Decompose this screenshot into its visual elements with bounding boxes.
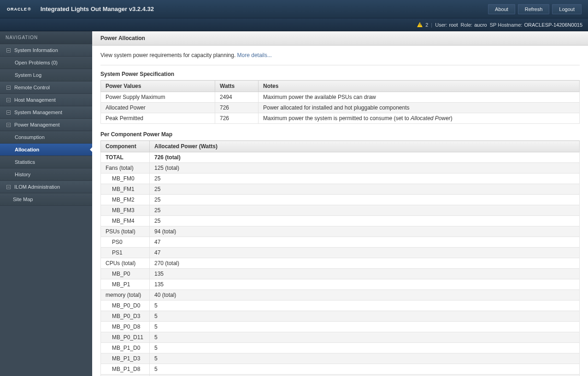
col-allocated-power: Allocated Power (Watts) [150, 141, 580, 152]
section-system-power-spec: System Power Specification [100, 71, 580, 77]
table-row: MB_FM325 [101, 205, 580, 216]
nav-power-management[interactable]: Power Management [0, 119, 92, 131]
cell-allocated: 5 [150, 343, 580, 353]
cell-component: Fans (total) [101, 163, 150, 174]
cell-allocated: 726 (total) [150, 152, 580, 163]
table-row: MB_P1_D115 [101, 375, 580, 376]
cell-allocated: 25 [150, 216, 580, 226]
cell-component: MB_P1_D0 [101, 343, 150, 353]
cell-component: PSUs (total) [101, 226, 150, 237]
cell-component: MB_P1 [101, 279, 150, 290]
cell-component: MB_P0_D0 [101, 301, 150, 311]
cell-component: MB_FM4 [101, 216, 150, 226]
expand-icon[interactable] [6, 98, 11, 102]
nav-system-log[interactable]: System Log [0, 69, 92, 81]
section-component-map: Per Component Power Map [100, 131, 580, 138]
cell-component: MB_P0_D8 [101, 322, 150, 332]
cell-component: MB_P1_D11 [101, 375, 150, 376]
cell-allocated: 47 [150, 237, 580, 248]
nav-remote-control[interactable]: Remote Control [0, 81, 92, 94]
cell-watts: 726 [215, 113, 259, 124]
table-row: Fans (total)125 (total) [101, 163, 580, 174]
nav-system-information[interactable]: System Information [0, 44, 92, 57]
nav-system-management[interactable]: System Management [0, 106, 92, 119]
oracle-logo: ORACLE ® [6, 7, 31, 12]
cell-allocated: 25 [150, 205, 580, 216]
nav-ilom-administration[interactable]: ILOM Administration [0, 181, 92, 193]
collapse-icon[interactable] [6, 48, 11, 52]
cell-allocated: 94 (total) [150, 226, 580, 237]
nav-allocation[interactable]: Allocation [0, 144, 92, 156]
table-row: MB_P0_D85 [101, 322, 580, 332]
table-row: memory (total)40 (total) [101, 290, 580, 301]
nav-site-map[interactable]: Site Map [0, 193, 92, 206]
nav-open-problems[interactable]: Open Problems (0) [0, 57, 92, 69]
nav-history[interactable]: History [0, 168, 92, 181]
cell-component: MB_FM3 [101, 205, 150, 216]
intro-span: View system power requirements for capac… [100, 52, 237, 58]
more-details-link[interactable]: More details... [237, 52, 272, 58]
cell-allocated: 5 [150, 332, 580, 343]
nav-label: System Information [14, 47, 58, 53]
cell-allocated: 5 [150, 353, 580, 364]
cell-component: MB_P0_D11 [101, 332, 150, 343]
role-value: aucro [474, 22, 487, 28]
collapse-icon[interactable] [6, 123, 11, 127]
navigation-sidebar: NAVIGATION System Information Open Probl… [0, 31, 92, 376]
nav-statistics[interactable]: Statistics [0, 156, 92, 168]
subheader-bar: 2 | User: root Role: aucro SP Hostname: … [0, 18, 588, 31]
cell-allocated: 40 (total) [150, 290, 580, 301]
cell-allocated: 125 (total) [150, 163, 580, 174]
intro-text: View system power requirements for capac… [100, 52, 580, 58]
table-row: MB_FM025 [101, 174, 580, 184]
table-row: MB_P0_D115 [101, 332, 580, 343]
nav-host-management[interactable]: Host Management [0, 94, 92, 106]
cell-allocated: 25 [150, 184, 580, 195]
cell-allocated: 5 [150, 322, 580, 332]
nav-heading: NAVIGATION [0, 31, 92, 44]
table-row: PS147 [101, 248, 580, 258]
user-value: root [449, 22, 458, 28]
warning-icon[interactable] [417, 22, 423, 27]
cell-power-value: Power Supply Maximum [101, 92, 215, 103]
warning-count[interactable]: 2 [425, 22, 428, 28]
nav-consumption[interactable]: Consumption [0, 131, 92, 144]
table-row: Peak Permitted726Maximum power the syste… [101, 113, 580, 124]
cell-watts: 726 [215, 103, 259, 113]
nav-label: Power Management [14, 122, 59, 127]
cell-component: MB_FM1 [101, 184, 150, 195]
main-content: Power Allocation View system power requi… [92, 31, 588, 376]
cell-allocated: 25 [150, 195, 580, 205]
oracle-logo-text: ORACLE [7, 7, 27, 12]
table-row: CPUs (total)270 (total) [101, 258, 580, 269]
expand-icon[interactable] [6, 110, 11, 115]
about-button[interactable]: About [488, 4, 515, 14]
cell-allocated: 270 (total) [150, 258, 580, 269]
table-row: MB_FM425 [101, 216, 580, 226]
table-row: MB_FM225 [101, 195, 580, 205]
power-spec-table: Power Values Watts Notes Power Supply Ma… [100, 80, 580, 124]
table-row: MB_P1_D35 [101, 353, 580, 364]
cell-component: PS0 [101, 237, 150, 248]
nav-label: Host Management [14, 97, 56, 103]
refresh-button[interactable]: Refresh [518, 4, 550, 14]
table-row: PS047 [101, 237, 580, 248]
cell-power-value: Peak Permitted [101, 113, 215, 124]
expand-icon[interactable] [6, 86, 11, 90]
cell-component: MB_P1_D3 [101, 353, 150, 364]
cell-notes: Maximum power the system is permitted to… [259, 113, 580, 124]
cell-component: TOTAL [101, 152, 150, 163]
cell-allocated: 5 [150, 364, 580, 375]
table-row: PSUs (total)94 (total) [101, 226, 580, 237]
table-row: Allocated Power726Power allocated for in… [101, 103, 580, 113]
table-row: MB_P1_D85 [101, 364, 580, 375]
cell-component: PS1 [101, 248, 150, 258]
component-power-table: Component Allocated Power (Watts) TOTAL7… [100, 140, 580, 376]
table-row: TOTAL726 (total) [101, 152, 580, 163]
role-label: Role: [460, 22, 472, 28]
col-watts: Watts [215, 81, 259, 92]
expand-icon[interactable] [6, 185, 11, 189]
table-row: Power Supply Maximum2494Maximum power th… [101, 92, 580, 103]
app-title: Integrated Lights Out Manager v3.2.4.32 [41, 6, 154, 12]
logout-button[interactable]: Logout [552, 4, 582, 14]
